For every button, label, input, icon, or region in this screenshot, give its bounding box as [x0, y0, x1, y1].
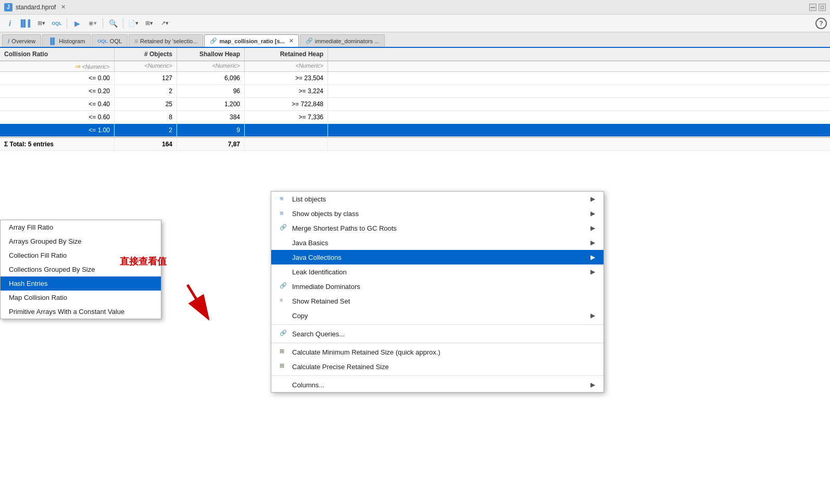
- title-text: standard.hprof: [16, 4, 56, 11]
- ctx-list-objects-arrow: ▶: [590, 195, 595, 203]
- maximize-btn[interactable]: □: [819, 4, 826, 11]
- filter-col1-text: <Numeric>: [82, 64, 110, 70]
- object-list-toolbar-btn[interactable]: ⊞▾: [34, 17, 48, 30]
- java-collections-icon: [280, 253, 288, 261]
- table-row[interactable]: <= 0.00 127 6,096 >= 23,504: [0, 72, 830, 85]
- info-icon: i: [9, 19, 11, 28]
- col-retained[interactable]: Retained Heap: [245, 48, 328, 60]
- dropdown-item-map-collision[interactable]: Map Collision Ratio: [1, 291, 161, 305]
- tab-histogram[interactable]: ▐▌ Histogram: [42, 34, 91, 47]
- tab-oql[interactable]: OQL OQL: [92, 34, 128, 47]
- ctx-sep-1: [271, 324, 603, 325]
- ctx-sep-3: [271, 375, 603, 376]
- dropdown-item-array-fill[interactable]: Array Fill Ratio: [1, 220, 161, 234]
- ctx-leak-identification[interactable]: Leak Identification ▶: [271, 264, 603, 279]
- ctx-java-collections-arrow: ▶: [590, 254, 595, 261]
- ctx-immediate-dom[interactable]: 🔗 Immediate Dominators: [271, 279, 603, 294]
- tab-retained[interactable]: ≡ Retained by 'selectio...: [129, 34, 203, 47]
- cell-r3-c1: <= 0.40: [0, 98, 115, 110]
- filter-col1: ⇒ <Numeric>: [0, 61, 115, 71]
- cell-r1-c1: <= 0.00: [0, 72, 115, 84]
- col-collision-ratio[interactable]: Collision Ratio: [0, 48, 115, 60]
- ctx-calc-precise[interactable]: ⊞ Calculate Precise Retained Size: [271, 359, 603, 374]
- ctx-java-basics[interactable]: Java Basics ▶: [271, 235, 603, 250]
- ctx-columns[interactable]: Columns... ▶: [271, 377, 603, 392]
- tab-close-btn[interactable]: ✕: [61, 4, 66, 10]
- ctx-merge-arrow: ▶: [590, 224, 595, 232]
- ctx-calc-min[interactable]: ⊞ Calculate Minimum Retained Size (quick…: [271, 345, 603, 359]
- snapshot-toolbar-btn[interactable]: ◉▾: [86, 17, 99, 30]
- oql-toolbar-btn[interactable]: OQL: [50, 17, 64, 30]
- ctx-leak-arrow: ▶: [590, 268, 595, 275]
- histogram-icon: ▐▌▌: [18, 19, 33, 27]
- ctx-search-queries[interactable]: 🔗 Search Queries...: [271, 326, 603, 341]
- cell-r4-c2: 8: [115, 111, 177, 123]
- tab-overview-label: Overview: [11, 38, 35, 44]
- run-icon: ▶: [74, 19, 80, 28]
- tab-retained-label: Retained by 'selectio...: [140, 38, 197, 44]
- oql-icon: OQL: [52, 21, 62, 26]
- help-btn[interactable]: ?: [815, 18, 827, 29]
- ctx-calc-precise-label: Calculate Precise Retained Size: [292, 363, 595, 371]
- tab-map-collision[interactable]: 🔗 map_collision_ratio [s... ✕: [204, 34, 298, 47]
- table-row-selected[interactable]: <= 1.00 2 9: [0, 124, 830, 137]
- info-toolbar-btn[interactable]: i: [3, 17, 17, 30]
- search-icon: 🔍: [109, 19, 118, 28]
- ctx-immediate-dom-label: Immediate Dominators: [292, 283, 595, 291]
- immediate-dom-icon: 🔗: [306, 37, 313, 44]
- map-collision-close-btn[interactable]: ✕: [289, 38, 293, 44]
- filter-col2: <Numeric>: [115, 61, 177, 71]
- report-toolbar-btn[interactable]: 📄▾: [127, 17, 140, 30]
- minimize-btn[interactable]: —: [809, 4, 816, 11]
- tabs-bar: i Overview ▐▌ Histogram OQL OQL ≡ Retain…: [0, 32, 830, 48]
- ctx-columns-label: Columns...: [292, 381, 586, 389]
- cell-r2-c1: <= 0.20: [0, 85, 115, 97]
- cell-r3-c4: >= 722,848: [245, 98, 328, 110]
- ctx-list-objects-label: List objects: [292, 195, 586, 203]
- ctx-merge-shortest[interactable]: 🔗 Merge Shortest Paths to GC Roots ▶: [271, 221, 603, 235]
- ctx-show-by-class-label: Show objects by class: [292, 210, 586, 218]
- table-toolbar-btn[interactable]: ⊞▾: [142, 17, 156, 30]
- cell-r1-c3: 6,096: [177, 72, 245, 84]
- ctx-show-by-class-arrow: ▶: [590, 210, 595, 217]
- merge-icon: 🔗: [280, 224, 288, 232]
- oql-tab-icon: OQL: [97, 39, 108, 44]
- app-icon: J: [4, 3, 12, 11]
- cell-r5-c1: <= 1.00: [0, 124, 115, 136]
- toolbar-sep-3: [123, 18, 123, 29]
- col-objects[interactable]: # Objects: [115, 48, 177, 60]
- tab-immediate-dom[interactable]: 🔗 immediate_dominators ...: [300, 34, 385, 47]
- dropdown-item-arrays-grouped[interactable]: Arrays Grouped By Size: [1, 234, 161, 248]
- search-toolbar-btn[interactable]: 🔍: [106, 17, 120, 30]
- cell-r1-c2: 127: [115, 72, 177, 84]
- cell-r1-c4: >= 23,504: [245, 72, 328, 84]
- java-basics-icon: [280, 238, 288, 247]
- ctx-java-basics-label: Java Basics: [292, 239, 586, 247]
- table-header: Collision Ratio # Objects Shallow Heap R…: [0, 48, 830, 61]
- dropdown-item-collection-fill[interactable]: Collection Fill Ratio: [1, 248, 161, 262]
- ctx-list-objects[interactable]: ≡ List objects ▶: [271, 192, 603, 206]
- histogram-toolbar-btn[interactable]: ▐▌▌: [19, 17, 32, 30]
- dropdown-item-hash-entries[interactable]: Hash Entries: [1, 276, 161, 291]
- dropdown-item-collections-grouped[interactable]: Collections Grouped By Size: [1, 262, 161, 276]
- col-shallow[interactable]: Shallow Heap: [177, 48, 245, 60]
- table-row[interactable]: <= 0.20 2 96 >= 3,224: [0, 85, 830, 98]
- ctx-copy[interactable]: Copy ▶: [271, 308, 603, 323]
- dropdown-item-primitive-arrays[interactable]: Primitive Arrays With a Constant Value: [1, 305, 161, 319]
- table-row[interactable]: <= 0.40 25 1,200 >= 722,848: [0, 98, 830, 111]
- ctx-show-retained[interactable]: ≡ Show Retained Set: [271, 294, 603, 308]
- ctx-show-by-class[interactable]: ≡ Show objects by class ▶: [271, 206, 603, 221]
- ctx-copy-arrow: ▶: [590, 312, 595, 319]
- total-col1: Σ Total: 5 entries: [0, 138, 115, 150]
- ctx-java-collections[interactable]: Java Collections ▶: [271, 250, 603, 264]
- total-row: Σ Total: 5 entries 164 7,87: [0, 137, 830, 151]
- snapshot-icon: ◉▾: [89, 20, 97, 27]
- tab-histogram-label: Histogram: [59, 38, 85, 44]
- tab-immediate-dom-label: immediate_dominators ...: [315, 38, 380, 44]
- tab-overview[interactable]: i Overview: [2, 34, 41, 47]
- run-toolbar-btn[interactable]: ▶: [70, 17, 84, 30]
- cell-r3-c3: 1,200: [177, 98, 245, 110]
- export-toolbar-btn[interactable]: ↗▾: [158, 17, 171, 30]
- table-row[interactable]: <= 0.60 8 384 >= 7,336: [0, 111, 830, 124]
- list-objects-icon: ≡: [280, 195, 288, 203]
